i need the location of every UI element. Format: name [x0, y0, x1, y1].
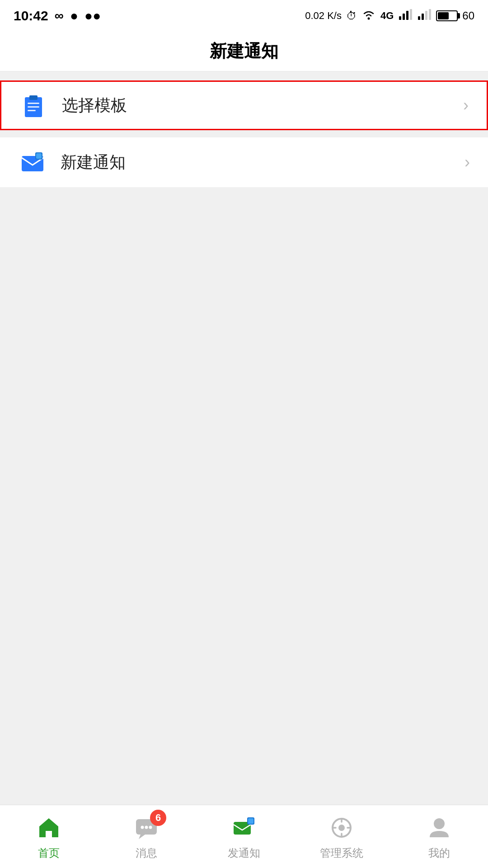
signal-4g-icon: 4G: [380, 10, 394, 22]
me-icon-wrap: [425, 813, 454, 842]
signal-bars-icon: [398, 8, 413, 24]
svg-point-21: [149, 826, 152, 829]
tab-manage-label: 管理系统: [320, 846, 363, 860]
status-bar: 10:42 ∞ ● ●● 0.02 K/s ⏱ 4G: [0, 0, 488, 32]
svg-rect-14: [28, 110, 36, 111]
menu-list: 选择模板 › 新建通知 ›: [0, 80, 488, 187]
tab-message[interactable]: 6 消息: [98, 805, 195, 868]
page-header: 新建通知: [0, 32, 488, 71]
clipboard-icon: [19, 91, 48, 120]
tab-me-label: 我的: [428, 846, 450, 860]
mail-icon: [18, 148, 47, 177]
network-speed: 0.02 K/s: [305, 10, 342, 22]
svg-rect-11: [29, 95, 38, 100]
svg-rect-8: [429, 9, 431, 20]
battery-percent: 60: [462, 9, 474, 22]
home-icon-wrap: [34, 813, 63, 842]
new-notification-arrow: ›: [465, 153, 470, 172]
svg-rect-3: [406, 11, 408, 20]
tab-me[interactable]: 我的: [390, 805, 488, 868]
manage-icon-wrap: [327, 813, 356, 842]
wifi-icon: [361, 8, 376, 24]
tab-home-label: 首页: [38, 846, 60, 860]
select-template-item[interactable]: 选择模板 ›: [0, 80, 488, 130]
loop-icon: ∞: [55, 9, 64, 23]
message-badge: 6: [150, 810, 166, 826]
tab-message-label: 消息: [136, 846, 157, 860]
dot-icon2: ●●: [84, 8, 101, 24]
svg-rect-1: [399, 16, 401, 20]
svg-rect-5: [418, 16, 420, 20]
dot-icon1: ●: [70, 8, 78, 24]
svg-rect-24: [248, 818, 253, 824]
tab-bar: 首页 6 消息 发通: [0, 805, 488, 868]
svg-point-20: [145, 826, 148, 829]
svg-rect-2: [403, 14, 405, 20]
svg-rect-4: [410, 9, 412, 20]
svg-point-19: [141, 826, 144, 829]
status-time: 10:42 ∞ ● ●●: [14, 8, 101, 24]
tab-send[interactable]: 发通知: [195, 805, 293, 868]
svg-point-0: [367, 18, 370, 20]
battery-icon: [436, 10, 458, 21]
select-template-arrow: ›: [463, 96, 469, 115]
svg-point-26: [338, 825, 345, 831]
signal-bars-2-icon: [417, 8, 432, 24]
select-template-label: 选择模板: [62, 94, 463, 117]
page-title: 新建通知: [210, 40, 278, 63]
tab-manage[interactable]: 管理系统: [293, 805, 390, 868]
new-notification-item[interactable]: 新建通知 ›: [0, 137, 488, 187]
tab-send-label: 发通知: [228, 846, 260, 860]
svg-rect-12: [28, 103, 39, 104]
svg-rect-13: [28, 106, 39, 108]
svg-rect-6: [422, 14, 424, 20]
tab-home[interactable]: 首页: [0, 805, 98, 868]
message-icon-wrap: 6: [132, 813, 161, 842]
new-notification-label: 新建通知: [61, 151, 465, 174]
send-icon-wrap: [230, 813, 258, 842]
svg-rect-17: [36, 153, 42, 159]
content-area: 新建通知 选择模板 ›: [0, 32, 488, 805]
clock-icon: ⏱: [346, 9, 357, 22]
status-right: 0.02 K/s ⏱ 4G: [305, 8, 474, 24]
svg-rect-7: [425, 11, 427, 20]
svg-point-31: [434, 818, 445, 829]
